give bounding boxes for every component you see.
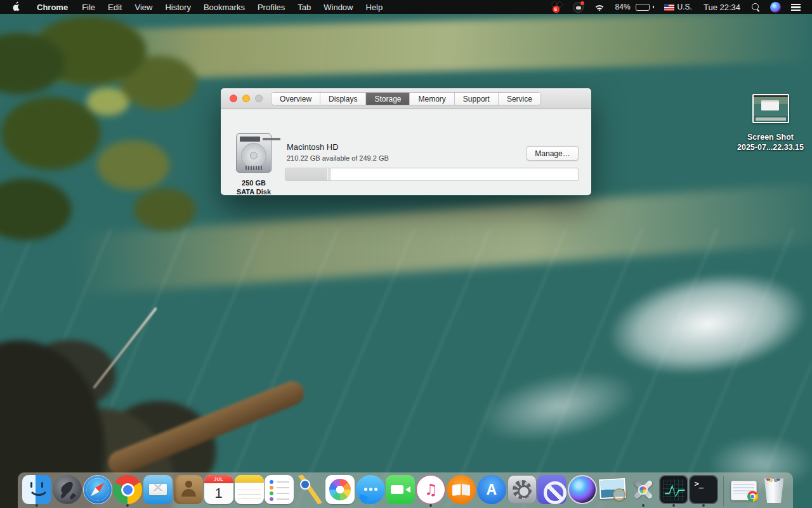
dock-app-store-icon[interactable]: A <box>476 474 507 508</box>
menu-list-icon <box>791 4 801 11</box>
chrome-badge-icon <box>747 491 758 502</box>
dock-safari-icon[interactable] <box>82 474 113 508</box>
calendar-day: 1 <box>204 483 233 503</box>
dock: JUL 1 ♫ A >_ <box>18 472 793 508</box>
dropbox-menu-icon[interactable]: 6 <box>546 0 568 14</box>
dock-contacts-icon[interactable] <box>173 474 204 508</box>
tab-memory[interactable]: Memory <box>410 93 455 105</box>
dock-system-preferences-icon[interactable] <box>507 474 537 508</box>
spotlight-menu-item[interactable] <box>747 0 765 14</box>
dock-divider <box>723 476 724 506</box>
apple-icon <box>12 1 20 13</box>
hard-disk-icon <box>236 133 272 173</box>
us-flag-icon <box>664 4 674 11</box>
input-source-label: U.S. <box>678 3 692 11</box>
menu-history[interactable]: History <box>159 0 197 14</box>
wifi-menu-icon[interactable] <box>589 0 610 14</box>
tab-storage[interactable]: Storage <box>366 93 410 105</box>
terminal-prompt-glyph: >_ <box>694 479 703 488</box>
dock-reminders-icon[interactable] <box>264 474 294 508</box>
dock-calendar-icon[interactable]: JUL 1 <box>204 474 234 508</box>
battery-nub <box>653 6 654 8</box>
dropbox-badge: 6 <box>553 6 560 13</box>
dock-preview-icon[interactable] <box>598 474 628 508</box>
notification-app-menu-icon[interactable] <box>568 0 589 14</box>
minimize-button[interactable] <box>242 95 250 102</box>
menu-window[interactable]: Window <box>317 0 359 14</box>
storage-bar-used <box>285 168 328 180</box>
window-titlebar[interactable]: Overview Displays Storage Memory Support… <box>221 88 591 109</box>
dock-chrome-icon[interactable] <box>112 474 143 508</box>
menu-bookmarks[interactable]: Bookmarks <box>197 0 251 14</box>
disk-available-text: 210.22 GB available of 249.2 GB <box>287 154 389 162</box>
battery-percent-label: 84% <box>615 3 631 11</box>
dock-messages-icon[interactable] <box>355 474 386 508</box>
screenshot-label-line1: Screen Shot <box>727 132 812 142</box>
menu-view[interactable]: View <box>128 0 159 14</box>
about-tabs: Overview Displays Storage Memory Support… <box>271 92 541 105</box>
disk-type-label: SATA Disk <box>226 187 282 196</box>
dock-colorsync-utility-icon[interactable] <box>628 474 658 508</box>
battery-menu-item[interactable]: 84% <box>610 0 659 14</box>
menu-help[interactable]: Help <box>360 0 390 14</box>
itunes-note-glyph: ♫ <box>424 482 438 497</box>
dock-launchpad-icon[interactable] <box>52 474 82 508</box>
dock-itunes-icon[interactable]: ♫ <box>416 474 446 508</box>
dock-maps-icon[interactable] <box>294 474 325 508</box>
dock-books-icon[interactable] <box>446 474 476 508</box>
siri-menu-item[interactable] <box>765 0 786 14</box>
menu-bar: Chrome File Edit View History Bookmarks … <box>0 0 812 14</box>
menu-profiles[interactable]: Profiles <box>251 0 291 14</box>
screenshot-label-line2: 2025-07...22.33.15 <box>727 142 812 152</box>
screenshot-thumbnail[interactable] <box>752 94 789 123</box>
disk-size-label: 250 GB <box>226 178 282 187</box>
tab-overview[interactable]: Overview <box>272 93 320 105</box>
input-source-menu-item[interactable]: U.S. <box>659 0 697 14</box>
dock-terminal-icon[interactable]: >_ <box>689 474 719 508</box>
apple-menu[interactable] <box>0 0 29 14</box>
tab-support[interactable]: Support <box>455 93 499 105</box>
siri-icon <box>770 2 781 13</box>
trash-contents <box>765 474 783 482</box>
dock-photos-icon[interactable] <box>325 474 355 508</box>
dock-finder-icon[interactable] <box>22 474 52 508</box>
dropbox-icon: 6 <box>551 2 563 13</box>
zoom-button-disabled <box>255 95 263 102</box>
menu-chrome[interactable]: Chrome <box>29 0 75 14</box>
wifi-icon <box>594 3 605 11</box>
menu-clock[interactable]: Tue 22:34 <box>697 0 747 14</box>
tab-service[interactable]: Service <box>499 93 540 105</box>
menu-file[interactable]: File <box>75 0 102 14</box>
list-menu-item[interactable] <box>786 0 806 14</box>
dock-activity-monitor-icon[interactable] <box>658 474 689 508</box>
manage-button[interactable]: Manage… <box>527 146 579 161</box>
dock-siri-icon[interactable] <box>567 474 598 508</box>
storage-usage-bar <box>285 168 579 181</box>
about-this-mac-window: Overview Displays Storage Memory Support… <box>221 88 591 196</box>
dock-trash-icon[interactable] <box>759 474 789 508</box>
storage-pane: 250 GB SATA Disk Macintosh HD 210.22 GB … <box>221 109 591 195</box>
storage-bar-used2 <box>328 168 331 180</box>
dock-facetime-icon[interactable] <box>386 474 416 508</box>
menu-edit[interactable]: Edit <box>102 0 128 14</box>
battery-icon <box>636 4 650 11</box>
desktop-screenshot-icon[interactable]: Screen Shot 2025-07...22.33.15 <box>727 94 812 152</box>
menu-tab[interactable]: Tab <box>291 0 317 14</box>
dock-content-blocker-icon[interactable] <box>537 474 568 508</box>
close-button[interactable] <box>230 95 237 102</box>
disk-name: Macintosh HD <box>287 142 339 152</box>
desktop-wallpaper <box>0 0 812 508</box>
dock-mail-icon[interactable] <box>143 474 173 508</box>
dock-notes-icon[interactable] <box>234 474 265 508</box>
spotlight-search-icon <box>752 3 760 11</box>
dock-minimized-chrome-window[interactable] <box>728 474 759 508</box>
app-store-a-glyph: A <box>487 483 497 497</box>
calendar-month: JUL <box>204 475 233 483</box>
tab-displays[interactable]: Displays <box>320 93 366 105</box>
notification-app-icon <box>573 2 584 13</box>
